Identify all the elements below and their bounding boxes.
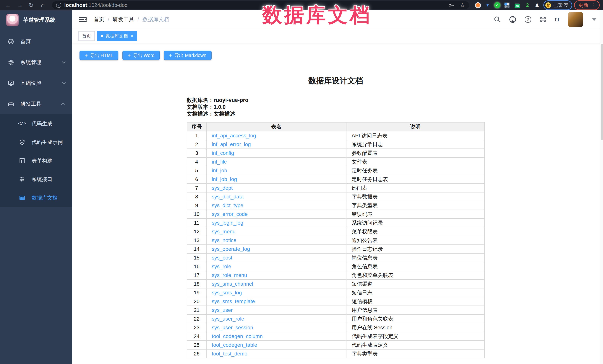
table-name-link[interactable]: sys_operate_log [212,246,250,252]
browser-reload-icon[interactable]: ↻ [26,2,36,9]
table-name-link[interactable]: tool_test_demo [212,351,247,357]
table-name-link[interactable]: tool_codegen_table [212,342,257,348]
table-name-link[interactable]: inf_api_error_log [212,142,251,147]
extension-grid-icon[interactable] [504,2,510,8]
breadcrumb-devtools[interactable]: 研发工具 [113,16,134,23]
table-row: 5inf_job定时任务表 [187,166,485,175]
table-name-link[interactable]: sys_dict_type [212,202,243,208]
extensions-row: ▼ ✓ on 2 ♟ [474,2,542,8]
extension-on-badge-icon[interactable]: on [514,2,521,8]
table-name-link[interactable]: inf_config [212,150,234,156]
table-name-link[interactable]: sys_error_code [212,211,248,217]
sidebar-item-system[interactable]: 系统管理 [0,52,72,73]
sidebar-item-home[interactable]: 首页 [0,31,72,52]
font-size-icon[interactable]: tT [555,16,560,23]
sidebar-item-api[interactable]: 系统接口 [0,170,72,188]
table-name-link[interactable]: inf_api_access_log [212,133,256,138]
sidebar-item-codegen-demo[interactable]: 代码生成示例 [0,133,72,152]
table-name-link[interactable]: sys_notice [212,237,236,243]
table-row: 8sys_dict_data字典数据表 [187,192,485,201]
plus-icon: + [128,52,131,58]
table-name-link[interactable]: sys_menu [212,229,236,234]
table-name-link[interactable]: sys_dict_data [212,194,244,199]
user-avatar[interactable] [568,12,583,27]
row-description: API 访问日志表 [346,131,485,140]
emoji-face-icon [545,2,551,8]
table-name-link[interactable]: sys_post [212,255,232,261]
extension-check-icon[interactable]: ✓ [494,2,500,8]
extension-leaf-icon[interactable]: 2 [524,2,530,8]
extension-orange-icon[interactable] [475,2,481,8]
table-name-link[interactable]: inf_job_log [212,176,237,182]
table-row: 17sys_role_menu角色和菜单关联表 [187,271,485,280]
chevron-down-icon [62,81,66,84]
menu-fold-icon[interactable] [79,16,87,23]
sidebar: 芋道管理系统 首页 系统管理 基础设施 [0,11,72,364]
avatar-caret-icon[interactable] [592,18,596,21]
address-bar[interactable]: i localhost:1024/tool/db-doc ☆ [52,1,469,9]
table-name-link[interactable]: sys_role_menu [212,272,247,278]
sidebar-item-label: 数据库文档 [32,194,58,201]
help-icon[interactable]: ? [525,16,531,23]
extension-pawn-icon[interactable]: ♟ [534,2,540,8]
sidebar-logo-row[interactable]: 芋道管理系统 [0,11,72,30]
row-index: 13 [187,236,206,245]
row-description: 操作日志记录 [346,245,485,253]
row-table-name: tool_codegen_column [206,332,346,341]
export-html-button[interactable]: + 导出 HTML [80,51,118,60]
row-description: 用户信息表 [346,306,485,314]
table-name-link[interactable]: sys_user_session [212,325,253,331]
sidebar-item-devtools[interactable]: 研发工具 [0,94,72,114]
fullscreen-icon[interactable] [539,16,546,23]
table-name-link[interactable]: inf_job [212,168,227,173]
browser-forward-icon[interactable]: → [15,2,24,9]
table-name-link[interactable]: sys_dept [212,185,232,191]
row-table-name: sys_login_log [206,219,346,227]
search-icon[interactable] [494,16,501,23]
table-header-row: 序号 表名 说明 [187,122,485,131]
table-row: 21sys_user用户信息表 [187,306,485,314]
table-name-link[interactable]: sys_sms_log [212,290,242,296]
tag-db-doc[interactable]: 数据库文档 × [97,31,137,41]
row-description: 定时任务表 [346,166,485,175]
table-name-link[interactable]: sys_role [212,264,231,269]
sidebar-item-infra[interactable]: 基础设施 [0,73,72,94]
browser-update-button[interactable]: 更新 ⋮ [574,0,600,10]
table-name-link[interactable]: sys_user [212,307,232,313]
row-table-name: inf_api_access_log [206,131,346,140]
table-name-link[interactable]: tool_codegen_column [212,333,263,339]
row-description: 短信日志 [346,288,485,297]
scrollbar-thumb[interactable] [601,44,603,140]
row-table-name: sys_post [206,253,346,262]
password-key-icon[interactable] [448,3,455,7]
bookmark-star-icon[interactable]: ☆ [460,2,465,8]
page-scrollbar[interactable] [600,11,603,364]
export-markdown-button[interactable]: + 导出 Markdown [164,51,212,60]
paused-extension-button[interactable]: 已暂停 [543,0,572,10]
row-table-name: tool_codegen_table [206,341,346,349]
sidebar-item-form-builder[interactable]: 表单构建 [0,152,72,170]
row-index: 2 [187,140,206,149]
close-icon[interactable]: × [131,33,133,39]
row-index: 21 [187,306,206,314]
table-name-link[interactable]: inf_file [212,159,227,165]
tag-home[interactable]: 首页 [78,31,95,41]
row-description: 短信模板 [346,297,485,306]
table-name-link[interactable]: sys_login_log [212,220,243,226]
github-icon[interactable] [509,16,516,23]
browser-menu-icon[interactable]: ⋮ [591,3,596,7]
sidebar-item-codegen[interactable]: </> 代码生成 [0,114,72,133]
sidebar-item-db-doc[interactable]: 数据库文档 [0,188,72,207]
browser-home-icon[interactable]: ⌂ [38,2,47,9]
browser-toolbar: ← → ↻ ⌂ i localhost:1024/tool/db-doc ☆ ▼… [0,0,603,11]
row-table-name: sys_user_session [206,323,346,332]
table-name-link[interactable]: sys_sms_template [212,298,255,304]
browser-back-icon[interactable]: ← [3,2,13,9]
breadcrumb-home[interactable]: 首页 [94,16,104,23]
table-name-link[interactable]: sys_user_role [212,316,244,322]
app-logo [6,14,19,26]
site-info-icon[interactable]: i [56,3,61,8]
extension-funnel-icon[interactable]: ▼ [485,2,491,8]
table-name-link[interactable]: sys_sms_channel [212,281,253,287]
export-word-button[interactable]: + 导出 Word [122,51,160,60]
